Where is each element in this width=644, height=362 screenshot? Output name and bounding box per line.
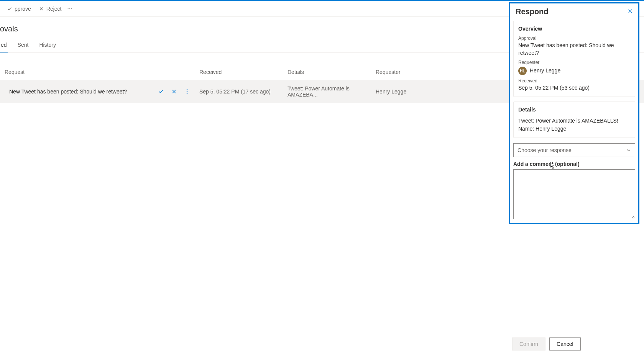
col-request[interactable]: Request — [0, 69, 199, 75]
panel-footer: Confirm Cancel — [509, 334, 639, 354]
col-details[interactable]: Details — [288, 69, 376, 75]
row-details: Tweet: Power Automate is AMAZEBA... — [288, 85, 376, 98]
reject-label: Reject — [46, 6, 62, 12]
close-panel-button[interactable] — [628, 8, 633, 15]
cancel-button[interactable]: Cancel — [549, 337, 581, 351]
received-label: Received — [518, 78, 630, 84]
approval-label: Approval — [518, 36, 630, 41]
svg-point-0 — [67, 8, 68, 9]
avatar: HL — [518, 67, 527, 75]
respond-panel: Respond Overview Approval New Tweet has … — [509, 2, 639, 224]
reject-button[interactable]: Reject — [35, 3, 66, 14]
close-icon — [39, 6, 44, 11]
svg-point-4 — [187, 91, 187, 92]
response-dropdown[interactable]: Choose your response — [513, 143, 635, 157]
details-card: Details Tweet: Power Automate is AMAZEBA… — [513, 102, 635, 138]
close-icon — [628, 8, 633, 14]
svg-point-2 — [71, 8, 72, 9]
svg-point-5 — [187, 93, 187, 94]
svg-point-3 — [187, 89, 187, 90]
panel-title: Respond — [516, 7, 549, 16]
approve-label: pprove — [15, 6, 31, 12]
tab-sent[interactable]: Sent — [17, 38, 30, 52]
row-title: New Tweet has been posted: Should we ret… — [5, 88, 158, 95]
overview-heading: Overview — [518, 26, 630, 32]
requester-label: Requester — [518, 60, 630, 65]
received-value: Sep 5, 05:22 PM (53 sec ago) — [518, 84, 630, 92]
row-requester: Henry Legge — [376, 88, 452, 95]
more-button[interactable] — [66, 4, 74, 14]
comment-input[interactable] — [513, 169, 635, 219]
requester-name: Henry Legge — [530, 67, 560, 75]
checkmark-icon — [7, 6, 12, 11]
overview-card: Overview Approval New Tweet has been pos… — [513, 21, 635, 97]
approve-row-icon[interactable] — [158, 88, 164, 95]
comment-label: Add a comment (optional) — [513, 161, 635, 167]
details-line1: Tweet: Power Automate is AMAZEBALLS! — [518, 117, 630, 125]
approval-value: New Tweet has been posted: Should we ret… — [518, 42, 630, 57]
more-row-icon[interactable] — [184, 88, 190, 95]
details-line2: Name: Henry Legge — [518, 125, 630, 133]
chevron-down-icon — [626, 148, 631, 152]
reject-row-icon[interactable] — [171, 88, 177, 95]
confirm-button[interactable]: Confirm — [512, 337, 545, 351]
row-received: Sep 5, 05:22 PM (17 sec ago) — [199, 88, 288, 95]
dropdown-placeholder: Choose your response — [518, 147, 572, 153]
col-requester[interactable]: Requester — [376, 69, 452, 75]
more-icon — [67, 6, 72, 11]
col-received[interactable]: Received — [199, 69, 288, 75]
tab-received[interactable]: ed — [0, 38, 8, 52]
tab-history[interactable]: History — [38, 38, 57, 52]
details-heading: Details — [518, 106, 630, 113]
approve-button[interactable]: pprove — [3, 3, 35, 14]
svg-point-1 — [69, 8, 70, 9]
